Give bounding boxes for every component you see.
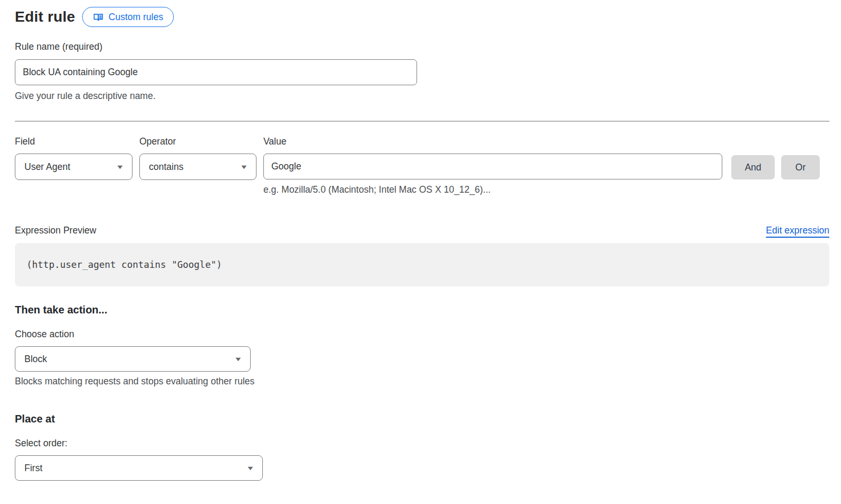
builder-controls-row: User Agent ▼ contains ▼ And Or [15,154,829,180]
action-select-value: Block [24,354,47,365]
action-helper: Blocks matching requests and stops evalu… [15,376,829,387]
expression-code: (http.user_agent contains "Google") [26,259,222,270]
value-label: Value [263,136,286,147]
or-button[interactable]: Or [781,155,820,179]
chevron-down-icon: ▼ [246,465,254,471]
expression-preview-label: Expression Preview [15,225,96,236]
field-select-value: User Agent [24,161,70,173]
rule-name-label: Rule name (required) [15,41,829,52]
open-book-icon [93,12,104,23]
section-divider [15,121,829,122]
select-order-label: Select order: [15,438,829,449]
edit-rule-page: Edit rule Custom rules Rule name (requir… [0,0,841,504]
value-input[interactable] [263,154,722,179]
field-select[interactable]: User Agent ▼ [15,154,132,180]
value-helper: e.g. Mozilla/5.0 (Macintosh; Intel Mac O… [263,184,829,195]
custom-rules-button[interactable]: Custom rules [82,7,174,27]
operator-label: Operator [139,136,263,147]
action-section-heading: Then take action... [15,304,829,316]
edit-rule-form: Edit rule Custom rules Rule name (requir… [15,7,829,481]
custom-rules-button-label: Custom rules [109,12,163,23]
page-title: Edit rule [15,8,75,25]
order-select[interactable]: First ▼ [15,455,263,481]
action-select[interactable]: Block ▼ [15,346,251,372]
place-at-heading: Place at [15,413,829,425]
rule-name-helper: Give your rule a descriptive name. [15,91,829,102]
order-select-value: First [24,463,42,474]
chevron-down-icon: ▼ [240,164,248,170]
rule-name-input[interactable] [15,59,417,85]
builder-labels-row: Field Operator Value [15,136,829,147]
operator-select[interactable]: contains ▼ [139,154,256,180]
and-button[interactable]: And [731,155,775,179]
expression-preview-header: Expression Preview Edit expression [15,225,829,236]
expression-preview-box: (http.user_agent contains "Google") [15,243,829,286]
edit-expression-link[interactable]: Edit expression [766,225,829,236]
page-header: Edit rule Custom rules [15,7,829,27]
operator-select-value: contains [149,161,183,173]
choose-action-label: Choose action [15,329,829,340]
chevron-down-icon: ▼ [234,356,242,362]
chevron-down-icon: ▼ [116,164,124,170]
field-label: Field [15,136,139,147]
